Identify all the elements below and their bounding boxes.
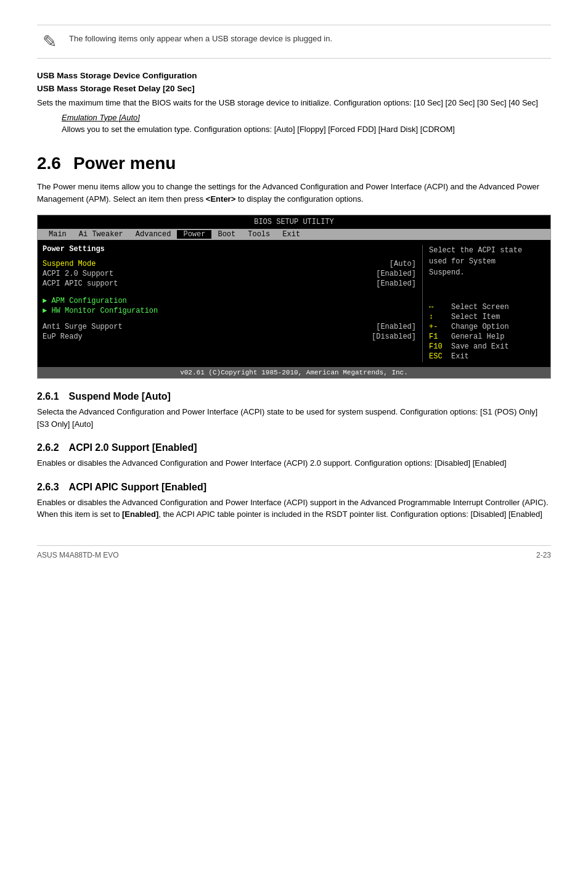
section-263: 2.6.3 ACPI APIC Support [Enabled] Enable…	[37, 482, 551, 521]
bios-submenu-apm: ► APM Configuration	[43, 297, 416, 305]
usb-section: USB Mass Storage Device Configuration US…	[37, 71, 551, 135]
bios-label-antisurge: Anti Surge Support	[43, 323, 123, 331]
chapter-heading: 2.6 Power menu	[37, 154, 551, 173]
chapter-title: Power menu	[73, 154, 176, 173]
sub-number-262: 2.6.2	[37, 442, 59, 453]
bios-row-eupready: EuP Ready [Disabled]	[43, 332, 416, 341]
footer-left: ASUS M4A88TD-M EVO	[37, 551, 119, 559]
body-262: Enables or disables the Advanced Configu…	[37, 457, 551, 469]
sub-heading-261: 2.6.1 Suspend Mode [Auto]	[37, 391, 551, 402]
chapter-intro: The Power menu items allow you to change…	[37, 181, 551, 205]
usb-reset-heading: USB Mass Storage Reset Delay [20 Sec]	[37, 84, 551, 93]
emulation-body: Allows you to set the emulation type. Co…	[62, 123, 551, 136]
bios-key-desc-item: Select Item	[451, 313, 500, 321]
bios-menu-power: Power	[177, 230, 211, 239]
footer-right: 2-23	[536, 551, 551, 559]
usb-reset-body: Sets the maximum time that the BIOS wait…	[37, 97, 551, 109]
bios-key-desc-f10: Save and Exit	[451, 342, 509, 351]
body-263-part2: , the ACPI APIC table pointer is include…	[158, 510, 542, 519]
bios-key-sym-f1: F1	[429, 332, 446, 341]
bios-title: BIOS SETUP UTILITY	[38, 215, 550, 229]
bios-row-acpiapic: ACPI APIC support [Enabled]	[43, 279, 416, 288]
bios-value-eupready: [Disabled]	[372, 332, 416, 341]
bios-screenshot: BIOS SETUP UTILITY Main Ai Tweaker Advan…	[37, 215, 551, 379]
emulation-label: Emulation Type [Auto]	[62, 113, 551, 122]
bios-menu-boot: Boot	[211, 230, 242, 239]
bios-key-sym-screen: ↔	[429, 303, 446, 311]
bios-key-sym-f10: F10	[429, 342, 446, 351]
chapter-number: 2.6	[37, 154, 61, 173]
bios-value-suspend: [Auto]	[390, 260, 416, 268]
section-261: 2.6.1 Suspend Mode [Auto] Selecta the Ad…	[37, 391, 551, 430]
bios-key-esc: ESC Exit	[429, 352, 545, 361]
note-box: ✎ The following items only appear when a…	[37, 25, 551, 59]
bios-submenus: ► APM Configuration ► HW Monitor Configu…	[43, 297, 416, 315]
sub-heading-263: 2.6.3 ACPI APIC Support [Enabled]	[37, 482, 551, 493]
bios-menu-bar: Main Ai Tweaker Advanced Power Boot Tool…	[38, 229, 550, 240]
page-footer: ASUS M4A88TD-M EVO 2-23	[37, 545, 551, 559]
bios-key-option: +- Change Option	[429, 323, 545, 331]
note-text: The following items only appear when a U…	[69, 31, 332, 43]
bios-key-desc-esc: Exit	[451, 352, 469, 361]
bios-label-acpi20: ACPI 2.0 Support	[43, 270, 113, 278]
bios-key-sym-item: ↕	[429, 313, 446, 321]
bios-left-panel: Power Settings Suspend Mode [Auto] ACPI …	[43, 245, 422, 362]
bios-row-suspend: Suspend Mode [Auto]	[43, 260, 416, 268]
bios-value-acpiapic: [Enabled]	[376, 279, 416, 288]
bios-right-panel: Select the ACPI stateused for SystemSusp…	[422, 245, 545, 362]
note-icon: ✎	[37, 31, 62, 52]
bios-value-acpi20: [Enabled]	[376, 270, 416, 278]
bios-key-desc-f1: General Help	[451, 332, 504, 341]
bios-label-eupready: EuP Ready	[43, 332, 83, 341]
section-262: 2.6.2 ACPI 2.0 Support [Enabled] Enables…	[37, 442, 551, 469]
bios-row-acpi20: ACPI 2.0 Support [Enabled]	[43, 270, 416, 278]
sub-heading-262: 2.6.2 ACPI 2.0 Support [Enabled]	[37, 442, 551, 453]
bios-footer: v02.61 (C)Copyright 1985-2010, American …	[38, 367, 550, 378]
sub-title-263: ACPI APIC Support [Enabled]	[69, 482, 206, 493]
bios-key-save: F10 Save and Exit	[429, 342, 545, 351]
bios-key-sym-esc: ESC	[429, 352, 446, 361]
bios-key-sym-option: +-	[429, 323, 446, 331]
sub-number-261: 2.6.1	[37, 391, 59, 402]
body-261: Selecta the Advanced Configuration and P…	[37, 406, 551, 430]
bios-key-help-f1: F1 General Help	[429, 332, 545, 341]
bios-menu-advanced: Advanced	[129, 230, 178, 239]
bios-menu-exit: Exit	[276, 230, 306, 239]
sub-title-262: ACPI 2.0 Support [Enabled]	[69, 442, 197, 453]
body-263: Enables or disables the Advanced Configu…	[37, 497, 551, 521]
bios-key-help: ↔ Select Screen ↕ Select Item +- Change …	[429, 303, 545, 361]
bios-key-desc-screen: Select Screen	[451, 303, 509, 311]
bios-help-text: Select the ACPI stateused for SystemSusp…	[429, 245, 545, 278]
usb-heading: USB Mass Storage Device Configuration	[37, 71, 551, 80]
bios-menu-aitweaker: Ai Tweaker	[73, 230, 129, 239]
sub-number-263: 2.6.3	[37, 482, 59, 493]
bios-submenu-hwmon: ► HW Monitor Configuration	[43, 307, 416, 315]
bios-content: Power Settings Suspend Mode [Auto] ACPI …	[38, 240, 550, 367]
bios-key-screen: ↔ Select Screen	[429, 303, 545, 311]
sub-title-261: Suspend Mode [Auto]	[69, 391, 171, 402]
bios-label-suspend: Suspend Mode	[43, 260, 96, 268]
bios-value-antisurge: [Enabled]	[376, 323, 416, 331]
bios-menu-tools: Tools	[242, 230, 276, 239]
bios-key-desc-option: Change Option	[451, 323, 509, 331]
bios-label-acpiapic: ACPI APIC support	[43, 279, 118, 288]
body-263-bold: [Enabled]	[122, 510, 158, 519]
bios-section-title: Power Settings	[43, 245, 416, 254]
bios-menu-main: Main	[43, 230, 73, 239]
bios-row-antisurge: Anti Surge Support [Enabled]	[43, 323, 416, 331]
bios-key-item: ↕ Select Item	[429, 313, 545, 321]
